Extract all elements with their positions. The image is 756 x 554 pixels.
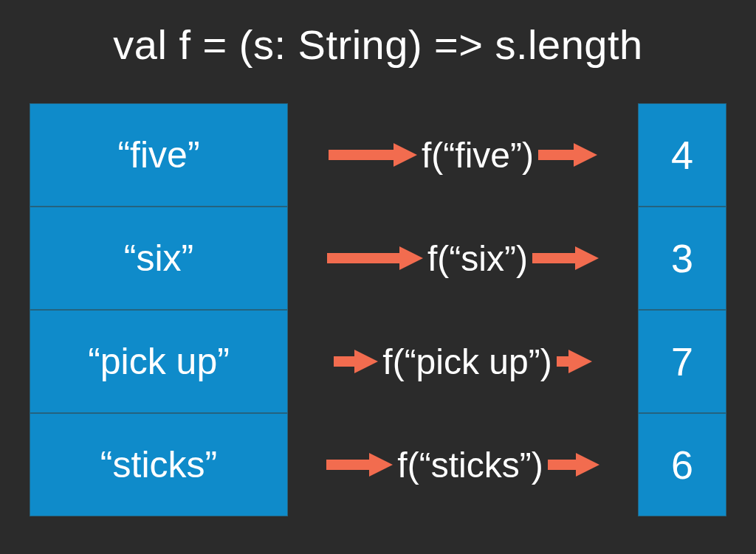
output-cell: 4 [638, 103, 726, 207]
input-value: “six” [124, 237, 193, 280]
input-value: “sticks” [100, 443, 217, 486]
input-cell: “pick up” [30, 310, 288, 413]
input-value: “pick up” [88, 340, 230, 383]
arrow-right-icon [532, 243, 599, 273]
arrow-right-icon [326, 450, 393, 479]
function-call: f(“five”) [417, 135, 538, 176]
arrow-right-icon [538, 140, 597, 170]
function-call: f(“six”) [423, 238, 532, 279]
svg-marker-13 [369, 453, 393, 477]
mapping-arrow: f(“five”) [288, 103, 638, 207]
svg-marker-15 [576, 453, 599, 477]
input-value: “five” [117, 134, 199, 176]
svg-marker-3 [574, 143, 597, 167]
svg-marker-7 [575, 246, 599, 270]
output-value: 3 [671, 235, 693, 281]
mapping-arrow: f(“pick up”) [288, 310, 638, 413]
mapping-grid: “five” f(“five”) 4 “six” [30, 103, 726, 516]
mapping-arrow: f(“six”) [288, 207, 638, 310]
arrow-right-icon [327, 243, 423, 273]
mapping-arrow: f(“sticks”) [288, 413, 638, 516]
svg-marker-5 [399, 246, 423, 270]
arrow-right-icon [548, 450, 599, 479]
output-value: 6 [671, 442, 693, 488]
diagram-stage: val f = (s: String) => s.length “five” f… [0, 0, 756, 554]
input-cell: “five” [30, 103, 288, 207]
arrow-right-icon [334, 347, 378, 376]
output-value: 4 [671, 132, 693, 178]
input-cell: “six” [30, 207, 288, 310]
function-call: f(“pick up”) [378, 342, 556, 382]
output-cell: 7 [638, 310, 726, 413]
svg-marker-11 [568, 350, 592, 373]
code-definition: val f = (s: String) => s.length [0, 21, 756, 69]
arrow-right-icon [557, 347, 592, 376]
svg-marker-1 [394, 143, 417, 167]
function-call: f(“sticks”) [393, 445, 547, 485]
output-value: 7 [671, 339, 693, 384]
arrow-right-icon [329, 140, 417, 170]
input-cell: “sticks” [30, 413, 288, 516]
output-cell: 3 [638, 207, 726, 310]
svg-marker-9 [354, 350, 378, 373]
output-cell: 6 [638, 413, 726, 516]
